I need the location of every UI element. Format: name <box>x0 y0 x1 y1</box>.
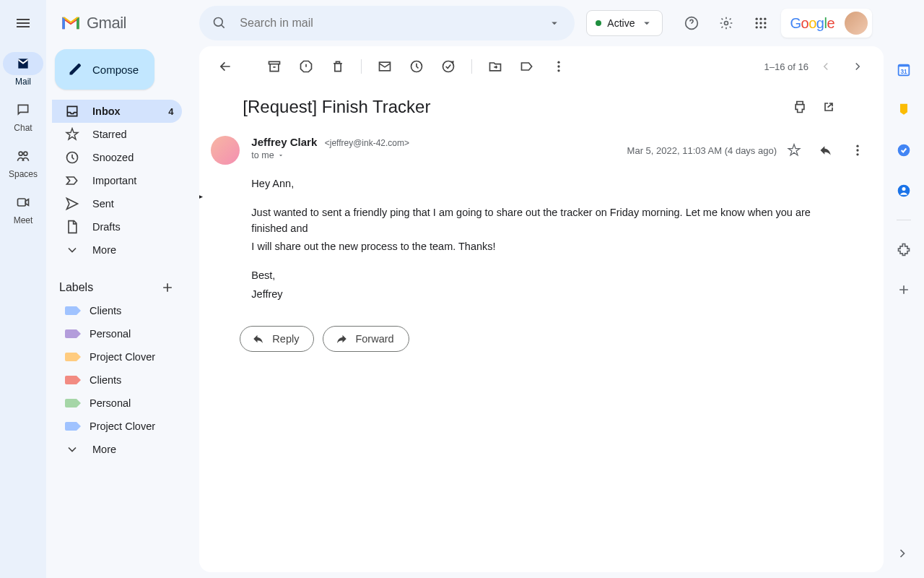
caret-down-icon <box>640 17 653 30</box>
addon-extra[interactable] <box>889 235 918 264</box>
label-item[interactable]: Project Clover <box>52 345 188 368</box>
rail-chat[interactable]: Chat <box>0 98 46 133</box>
move-to-icon <box>488 59 502 74</box>
open-window-button[interactable] <box>814 92 843 121</box>
svg-point-27 <box>856 153 858 155</box>
main-area: Active Google <box>199 0 924 578</box>
folder-drafts[interactable]: Drafts <box>52 215 182 238</box>
next-button[interactable] <box>843 52 872 81</box>
reply-button[interactable]: Reply <box>240 326 314 352</box>
label-swatch-icon <box>65 329 77 338</box>
forward-button[interactable]: Forward <box>323 326 409 352</box>
side-divider <box>897 220 911 220</box>
snooze-button[interactable] <box>402 52 431 81</box>
send-icon <box>65 197 79 211</box>
calendar-addon[interactable]: 31 <box>889 55 918 84</box>
support-button[interactable] <box>677 9 706 38</box>
contacts-icon <box>897 184 911 198</box>
plus-icon <box>897 282 911 297</box>
rail-mail-label: Mail <box>15 77 31 87</box>
account-box[interactable]: Google <box>781 9 872 38</box>
mark-unread-button[interactable] <box>370 52 399 81</box>
search-icon <box>212 16 227 30</box>
recipient-dropdown[interactable]: to me <box>251 150 615 160</box>
labels-header: Labels <box>52 276 188 299</box>
important-icon <box>65 173 79 188</box>
contacts-addon[interactable] <box>889 176 918 205</box>
label-item[interactable]: Clients <box>52 299 188 322</box>
sender-avatar[interactable] <box>211 136 240 165</box>
search-bar[interactable] <box>199 6 575 40</box>
compose-button[interactable]: Compose <box>55 49 154 90</box>
message-more-button[interactable] <box>843 136 872 165</box>
move-button[interactable] <box>481 52 510 81</box>
email-timestamp: Mar 5, 2022, 11:03 AM (4 days ago) <box>627 145 777 156</box>
label-item[interactable]: Personal <box>52 392 188 415</box>
prev-button[interactable] <box>811 52 840 81</box>
inbox-icon <box>65 104 79 118</box>
svg-point-12 <box>756 22 758 24</box>
labels-more[interactable]: More <box>52 438 188 461</box>
mail-icon <box>378 59 392 74</box>
google-logo: Google <box>785 12 839 35</box>
folder-sent[interactable]: Sent <box>52 192 182 215</box>
arrow-left-icon <box>218 59 232 74</box>
label-item[interactable]: Project Clover <box>52 415 188 438</box>
back-button[interactable] <box>211 52 240 81</box>
folder-starred[interactable]: Starred <box>52 123 182 146</box>
rail-spaces[interactable]: Spaces <box>0 144 46 179</box>
rail-spaces-label: Spaces <box>9 169 38 179</box>
pager: 1–16 of 16 <box>764 52 872 81</box>
settings-button[interactable] <box>712 9 741 38</box>
search-input[interactable] <box>234 17 540 30</box>
svg-point-25 <box>856 145 858 147</box>
folder-list: Inbox 4 Starred Snoozed Important Sent <box>52 100 188 262</box>
delete-button[interactable] <box>323 52 352 81</box>
add-label-button[interactable] <box>156 276 179 299</box>
more-button[interactable] <box>544 52 573 81</box>
search-options-button[interactable] <box>540 9 569 38</box>
main-menu-button[interactable] <box>6 6 40 40</box>
svg-point-23 <box>558 65 560 67</box>
reply-button-icon[interactable] <box>811 136 840 165</box>
reply-icon <box>819 143 833 158</box>
spam-button[interactable] <box>292 52 321 81</box>
user-avatar[interactable] <box>845 12 868 35</box>
svg-point-11 <box>764 18 767 20</box>
more-vert-icon <box>850 143 865 158</box>
star-button[interactable] <box>780 136 808 165</box>
status-chip[interactable]: Active <box>586 10 663 36</box>
keep-addon[interactable] <box>889 95 918 124</box>
svg-point-15 <box>756 26 758 28</box>
apps-button[interactable] <box>746 9 775 38</box>
add-task-button[interactable] <box>434 52 463 81</box>
topbar: Active Google <box>199 0 884 46</box>
label-swatch-icon <box>65 422 77 431</box>
label-item[interactable]: Clients <box>52 368 188 392</box>
side-panel-toggle[interactable] <box>889 540 915 566</box>
folder-important[interactable]: Important <box>52 169 182 192</box>
labels-title: Labels <box>59 281 93 294</box>
rail-mail[interactable]: Mail <box>0 52 46 87</box>
message-toolbar: 1–16 of 16 <box>199 46 884 87</box>
label-button[interactable] <box>513 52 541 81</box>
print-button[interactable] <box>785 92 814 121</box>
tasks-addon[interactable] <box>889 136 918 165</box>
folder-snoozed[interactable]: Snoozed <box>52 146 182 169</box>
rail-meet-label: Meet <box>14 215 33 225</box>
trash-icon <box>331 59 345 74</box>
gmail-logo-icon <box>61 15 81 31</box>
brand[interactable]: Gmail <box>52 6 188 40</box>
star-outline-icon <box>787 143 801 158</box>
label-item[interactable]: Personal <box>52 322 188 345</box>
get-addons[interactable] <box>889 275 918 304</box>
folder-more[interactable]: More <box>52 238 182 262</box>
chevron-down-icon <box>65 442 79 457</box>
clock-icon <box>65 150 79 165</box>
archive-button[interactable] <box>260 52 289 81</box>
label-swatch-icon <box>65 399 77 407</box>
search-button[interactable] <box>205 9 234 38</box>
folder-inbox[interactable]: Inbox 4 <box>52 100 182 123</box>
svg-text:31: 31 <box>900 69 907 75</box>
rail-meet[interactable]: Meet <box>0 191 46 225</box>
